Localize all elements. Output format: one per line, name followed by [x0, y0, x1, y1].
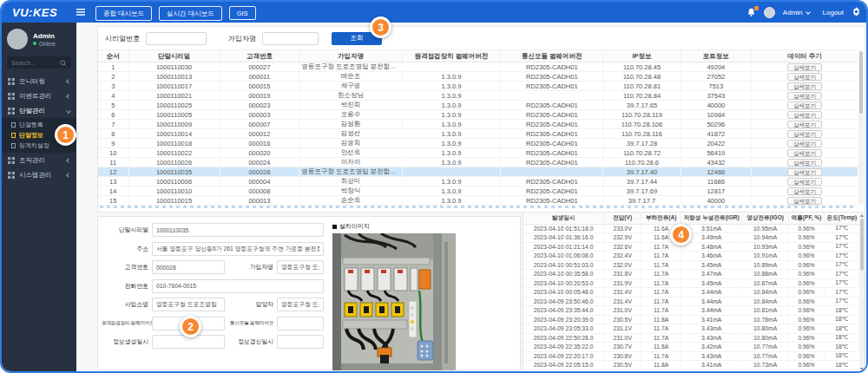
- detail-button[interactable]: 상세보기: [787, 140, 822, 147]
- device-cell: 안선옥: [299, 148, 402, 158]
- detail-button[interactable]: 상세보기: [787, 149, 822, 157]
- serial-filter-input[interactable]: [146, 32, 207, 45]
- device-cell: 1.3.0.9: [402, 139, 501, 148]
- logout-button[interactable]: Logout: [823, 9, 844, 16]
- measurement-row[interactable]: 2023-04-10 00:35:58.0231.8V11.7A3.47mA10…: [523, 270, 859, 279]
- device-row[interactable]: 151000110015000013손순옥1.3.0.9RD2305-CADH0…: [98, 196, 858, 206]
- navbar-button-3[interactable]: GIS: [229, 6, 256, 20]
- measurement-cell: 2023-04-09 22:05:15.0: [523, 361, 604, 370]
- device-cell: 39.7.17.7: [603, 196, 681, 206]
- measurement-row[interactable]: 2023-04-10 01:06:08.0232.4V11.7A3.46mA10…: [523, 252, 859, 261]
- measurement-scrollbar-track[interactable]: [859, 213, 865, 372]
- detail-button[interactable]: 상세보기: [787, 92, 822, 100]
- detail-button[interactable]: 상세보기: [787, 82, 822, 90]
- measurement-row[interactable]: 2023-04-09 23:50:46.0231.4V11.7A3.44mA10…: [523, 297, 859, 306]
- device-row[interactable]: 31000110017000015채구영1.3.0.9RD2305-CADH01…: [98, 82, 858, 91]
- device-cell: 000023: [220, 101, 299, 110]
- detail-button[interactable]: 상세보기: [787, 121, 822, 128]
- detail-button[interactable]: 상세보기: [787, 63, 822, 71]
- measurement-cell: 0.96%: [789, 233, 825, 243]
- device-cell: 110.70.28.106: [603, 120, 681, 129]
- measurement-row[interactable]: 2023-04-09 22:50:28.0231.0V11.7A3.43mA10…: [523, 333, 859, 343]
- device-row[interactable]: 111000110026000024이자이1.3.0.9RD2305-CADH0…: [98, 158, 858, 167]
- sidebar-item[interactable]: 단말관리: [2, 103, 76, 118]
- device-scrollbar-thumb[interactable]: [859, 51, 863, 114]
- detail-button[interactable]: 상세보기: [787, 73, 822, 81]
- device-row[interactable]: 51000110025000023박진희1.3.0.9RD2305-CADH01…: [98, 101, 858, 110]
- customer-no-field[interactable]: [152, 260, 225, 274]
- manager-field[interactable]: [277, 298, 324, 311]
- device-row[interactable]: 121000110035000028영등포구청 도로조명팀 분전함00239.7…: [98, 167, 858, 177]
- measurement-scrollbar-thumb[interactable]: [860, 219, 864, 271]
- detail-button[interactable]: 상세보기: [787, 168, 822, 176]
- measurement-cell: 3.41mA: [681, 361, 742, 370]
- module-fw-field[interactable]: [277, 317, 324, 330]
- measurement-row[interactable]: 2023-04-09 23:35:44.0231.0V11.7A3.44mA10…: [523, 306, 859, 316]
- detail-button[interactable]: 상세보기: [787, 130, 822, 138]
- user-menu[interactable]: Admin: [783, 9, 810, 16]
- subscriber-filter-input[interactable]: [262, 32, 319, 45]
- device-cell: 1000110022: [128, 148, 220, 158]
- device-row[interactable]: 131000110006000004최강미1.3.0.9RD2305-CADH0…: [98, 177, 858, 186]
- device-cell: RD2305-CADH01: [501, 196, 603, 206]
- measurement-row[interactable]: 2023-04-09 22:05:15.0230.5V11.8A3.41mA10…: [523, 361, 859, 370]
- subscriber-field[interactable]: [277, 260, 324, 274]
- sidebar-item[interactable]: 모니터링: [2, 74, 76, 88]
- device-cell: 000008: [220, 186, 299, 196]
- measurement-cell: 10.77mA: [742, 343, 789, 352]
- office-field[interactable]: [152, 298, 225, 311]
- scroll-down-arrow-icon[interactable]: [860, 368, 864, 370]
- device-row[interactable]: 71000110009000007김성환1.3.0.9RD2305-CADH01…: [98, 120, 858, 129]
- device-row[interactable]: 61000110005000003오용수1.3.0.9RD2305-CADH01…: [98, 110, 858, 120]
- measurement-row[interactable]: 2023-04-09 23:05:33.0231.1V11.7A3.43mA10…: [523, 324, 859, 334]
- device-row[interactable]: 11000110030000027영등포구청 도로조명팀 분전함001RD230…: [98, 62, 858, 72]
- device-horizontal-scrollbar[interactable]: [100, 206, 856, 208]
- hamburger-icon[interactable]: [76, 9, 85, 16]
- search-input[interactable]: [11, 60, 56, 66]
- profile-avatar[interactable]: [7, 29, 28, 49]
- measurement-cell: 11.7A: [641, 252, 681, 261]
- phone-field[interactable]: [152, 279, 324, 293]
- measurement-cell: 11.8A: [641, 361, 681, 370]
- device-scrollbar-track[interactable]: [858, 50, 864, 205]
- measurement-row[interactable]: 2023-04-09 22:20:17.0230.8V11.7A3.43mA10…: [523, 351, 859, 361]
- device-row[interactable]: 101000110022000020안선옥1.3.0.9RD2305-CADH0…: [98, 148, 858, 158]
- measurement-cell: 0.96%: [789, 278, 825, 288]
- updated-at-field[interactable]: [277, 335, 324, 349]
- device-row[interactable]: 21000110013000011배순조1.3.0.9RD2305-CADH01…: [98, 72, 858, 82]
- user-avatar[interactable]: [764, 7, 775, 18]
- measurement-row[interactable]: 2023-04-10 00:51:03.0232.0V11.7A3.45mA10…: [523, 260, 859, 270]
- device-cell: 김정선: [299, 129, 402, 139]
- sidebar-search[interactable]: [7, 56, 71, 69]
- notification-bell-icon[interactable]: [746, 8, 756, 17]
- device-cell: 15: [98, 196, 128, 206]
- detail-button[interactable]: 상세보기: [787, 159, 822, 167]
- measurement-row[interactable]: 2023-04-09 23:20:39.0230.5V11.8A3.41mA10…: [523, 315, 859, 324]
- sidebar-item[interactable]: 시스템관리: [2, 167, 76, 182]
- navbar-button-1[interactable]: 종합 대시보드: [95, 6, 152, 21]
- device-row[interactable]: 91000110018000016김영희1.3.0.9RD2305-CADH01…: [98, 139, 858, 148]
- detail-button[interactable]: 상세보기: [787, 101, 822, 109]
- sidebar-item[interactable]: 조직관리: [2, 153, 76, 167]
- navbar-button-2[interactable]: 실시간 대시보드: [159, 6, 222, 21]
- device-row[interactable]: 81000110014000012김정선1.3.0.9RD2305-CADH01…: [98, 129, 858, 139]
- serial-field[interactable]: [152, 223, 324, 237]
- device-row[interactable]: 41000110021000019한소장님1.3.0.9110.70.28.84…: [98, 91, 858, 101]
- measurement-row[interactable]: 2023-04-09 22:35:22.0230.7V11.8A3.42mA10…: [523, 343, 859, 352]
- device-cell: 110.70.28.116: [603, 129, 681, 139]
- gear-icon[interactable]: [852, 4, 861, 20]
- detail-button[interactable]: 상세보기: [787, 111, 822, 119]
- scroll-up-arrow-icon[interactable]: [860, 214, 864, 217]
- measurement-row[interactable]: 2023-04-10 01:21:14.0232.6V11.7A3.48mA10…: [523, 242, 859, 252]
- field-label-manager: 담당자: [225, 300, 277, 309]
- detail-button[interactable]: 상세보기: [787, 197, 822, 205]
- install-image-section: 설치이미지: [326, 217, 520, 370]
- sidebar-item[interactable]: 이벤트관리: [2, 88, 76, 103]
- device-row[interactable]: 141000110010000008박창식1.3.0.9RD2305-CADH0…: [98, 186, 858, 196]
- measurement-row[interactable]: 2023-04-10 00:20:53.0231.9V11.7A3.45mA10…: [523, 278, 859, 288]
- device-cell: 5: [98, 101, 128, 110]
- measurement-row[interactable]: 2023-04-10 00:05:48.0231.4V11.7A3.44mA10…: [523, 288, 859, 298]
- detail-button[interactable]: 상세보기: [787, 187, 822, 195]
- detail-button[interactable]: 상세보기: [787, 178, 822, 186]
- address-field[interactable]: [152, 242, 324, 256]
